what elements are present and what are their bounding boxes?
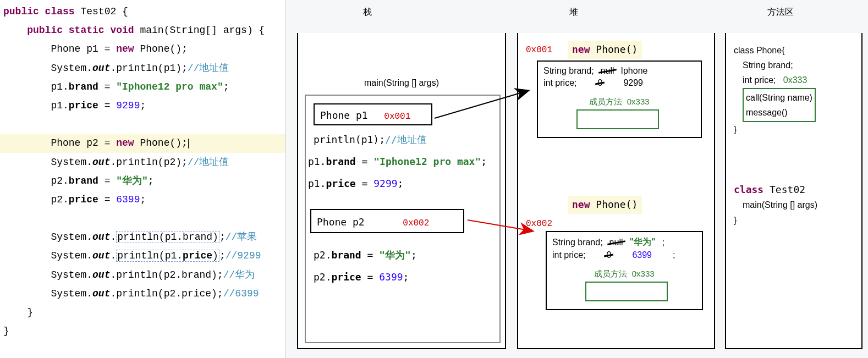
var-p1-box: Phone p1 0x001 [314,103,432,125]
field-price-value: 9299 [623,78,643,88]
field-brand-label: String brand; [543,66,594,76]
stack-header: 栈 [363,7,372,18]
method-area-header: 方法区 [767,7,794,18]
code-line: p1.price = 9299; [0,96,285,115]
heap-obj2-ctor: new Phone() [568,196,642,214]
member-method-label: 成员方法 0x333 [594,269,654,278]
stack-code-line: p1.price = 9299; [308,176,403,192]
stack-code-line: p2.price = 6399; [314,269,409,285]
code-editor: public class Test02 { public static void… [0,0,286,358]
method-pointer-box [585,282,668,301]
code-line: System.out.println(p2);//地址值 [0,153,285,172]
var-p1-addr: 0x001 [384,112,410,122]
text-cursor [188,139,189,148]
code-blank [0,209,285,228]
struck-zero: 0 [606,250,611,260]
field-price-label: int price; [552,250,585,260]
code-line: public class Test02 { [0,2,285,21]
method-pointer-box [576,109,659,129]
field-brand: String brand; [734,58,854,73]
field-price-value: 6399 [632,250,652,260]
field-brand-label: String brand; [552,238,603,247]
main-frame-label: main(String [] args) [298,78,505,88]
code-line: System.out.println(p1);//地址值 [0,59,285,78]
heap-object-1: String brand; null Iphone int price; 0 9… [537,60,702,138]
heap-obj1-addr: 0x001 [526,45,552,55]
code-line: System.out.println(p2.price);//6399 [0,284,285,303]
code-line: public static void main(String[] args) { [0,21,285,40]
method-area-panel: class Phone{ String brand; int price; 0x… [725,33,862,349]
field-brand-value: "华为" [630,236,656,248]
class-close: } [734,122,854,137]
field-brand-value: Iphone [621,66,648,76]
struck-null: null [601,66,614,76]
heap-object-2: String brand; null "华为"; int price; 0 63… [546,231,703,310]
stack-panel: main(String [] args) Phone p1 0x001 prin… [297,33,506,349]
code-line: p1.brand = "Iphone12 pro max"; [0,78,285,96]
code-line: } [0,303,285,322]
stack-code-line: p1.brand = "Iphone12 pro max"; [308,154,487,170]
code-line: Phone p1 = new Phone(); [0,40,285,58]
code-line: p2.brand = "华为"; [0,172,285,190]
field-price-label: int price; [543,78,576,88]
member-method-label: 成员方法 0x333 [589,97,649,106]
method-call-box: call(String name) message() [743,88,816,122]
class-close: } [734,213,854,228]
code-line: System.out.println(p1.brand);//苹果 [0,228,285,246]
class-test02-decl: class Test02 [734,182,854,198]
var-p2-label: Phone p2 [317,216,365,228]
code-line: } [0,322,285,340]
struck-null: null [609,238,623,247]
var-p2-box: Phone p2 0x002 [310,209,464,233]
code-line: System.out.println(p1.price);//9299 [0,246,285,265]
stack-code-line: p2.brand = "华为"; [314,247,417,263]
code-line-highlighted: Phone p2 = new Phone(); [0,134,285,152]
code-line: System.out.println(p2.brand);//华为 [0,266,285,284]
method-area-content: class Phone{ String brand; int price; 0x… [726,33,861,238]
heap-obj2-addr: 0x002 [526,219,552,229]
heap-header: 堆 [569,7,578,18]
code-line: p2.price = 6399; [0,190,285,209]
code-blank [0,115,285,134]
method-message: message() [746,105,812,120]
method-call: call(String name) [746,90,812,105]
field-price: int price; 0x333 [734,73,854,87]
stack-code-line: println(p1);//地址值 [314,132,427,148]
var-p1-label: Phone p1 [320,109,368,121]
main-method-sig: main(String [] args) [734,197,854,212]
heap-obj1-ctor: new Phone() [568,41,642,59]
var-p2-addr: 0x002 [403,218,429,228]
class-phone-decl: class Phone{ [734,43,854,58]
heap-panel: 0x001 new Phone() String brand; null Iph… [517,33,715,349]
struck-zero: 0 [597,78,602,88]
